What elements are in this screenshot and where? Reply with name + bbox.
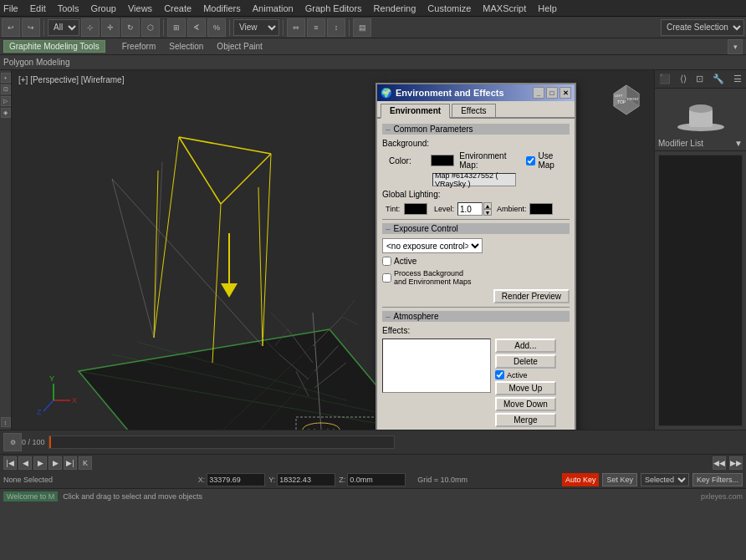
rp-icon-3[interactable]: ⊡ xyxy=(696,74,703,84)
play-btn[interactable]: ▶ xyxy=(33,456,47,470)
align-btn[interactable]: ≡ xyxy=(307,18,325,37)
prev-key-btn[interactable]: ◀◀ xyxy=(713,456,726,470)
snap-btn[interactable]: ⊞ xyxy=(167,18,186,37)
spacing-btn[interactable]: ↕ xyxy=(327,18,345,37)
angle-snap-btn[interactable]: ∢ xyxy=(187,18,206,37)
menu-create[interactable]: Create xyxy=(164,3,192,13)
rp-icon-2[interactable]: ⟨⟩ xyxy=(680,74,687,84)
redo-btn[interactable]: ↪ xyxy=(22,18,40,37)
svg-rect-47 xyxy=(296,417,380,430)
time-config-btn[interactable]: ⚙ xyxy=(3,433,22,451)
color-label: Color: xyxy=(389,156,431,165)
merge-btn[interactable]: Merge xyxy=(495,413,556,427)
lt-btn1[interactable]: + xyxy=(1,73,11,83)
dialog-close-btn[interactable]: ✕ xyxy=(560,87,571,99)
key-filters-btn[interactable]: Key Filters... xyxy=(692,473,743,486)
level-down-arrow[interactable]: ▼ xyxy=(483,209,492,216)
dialog-tab-environment[interactable]: Environment xyxy=(381,104,450,119)
y-field[interactable] xyxy=(277,473,335,486)
menu-customize[interactable]: Customize xyxy=(427,3,471,13)
render-preview-btn[interactable]: Render Preview xyxy=(493,289,570,303)
auto-key-btn[interactable]: Auto Key xyxy=(562,473,600,486)
menu-views[interactable]: Views xyxy=(128,3,152,13)
graphite-tab-freeform[interactable]: Freeform xyxy=(122,42,156,51)
lt-btn4[interactable]: ◈ xyxy=(1,108,11,118)
viewport-label: [+] [Perspective] [Wireframe] xyxy=(18,75,124,84)
map-button[interactable]: Map #614327552 ( VRaySky ) xyxy=(432,173,516,186)
rp-icon-4[interactable]: 🔧 xyxy=(713,74,724,84)
level-input[interactable] xyxy=(457,202,483,216)
timeline-track[interactable] xyxy=(49,435,395,449)
graphite-tab-selection[interactable]: Selection xyxy=(169,42,203,51)
lt-btn5[interactable]: ↕ xyxy=(1,417,11,427)
lt-btn2[interactable]: ⊡ xyxy=(1,84,11,94)
atm-active-checkbox[interactable] xyxy=(495,370,504,379)
lt-btn3[interactable]: ▷ xyxy=(1,96,11,106)
none-selected: None Selected xyxy=(3,476,53,484)
svg-line-16 xyxy=(221,338,346,430)
move-btn[interactable]: ✛ xyxy=(101,18,120,37)
level-spinner: ▲ ▼ xyxy=(483,202,492,216)
svg-line-8 xyxy=(258,187,263,346)
effects-list[interactable] xyxy=(382,339,491,393)
move-up-btn[interactable]: Move Up xyxy=(495,381,556,395)
modifier-list-dropdown-arrow[interactable]: ▼ xyxy=(734,139,743,148)
menu-maxscript[interactable]: MAXScript xyxy=(483,3,526,13)
mirror-btn[interactable]: ⇔ xyxy=(287,18,305,37)
tint-swatch[interactable] xyxy=(404,203,427,215)
goto-start-btn[interactable]: |◀ xyxy=(3,456,17,470)
dialog-minimize-btn[interactable]: _ xyxy=(533,87,544,99)
undo-btn[interactable]: ↩ xyxy=(2,18,20,37)
x-field[interactable] xyxy=(207,473,265,486)
graphite-tab-object-paint[interactable]: Object Paint xyxy=(217,42,262,51)
select-btn[interactable]: ⊹ xyxy=(81,18,100,37)
modifier-list-text: Modifier List xyxy=(658,139,703,148)
move-down-btn[interactable]: Move Down xyxy=(495,397,556,411)
selection-filter[interactable]: All xyxy=(48,19,79,36)
menu-tools[interactable]: Tools xyxy=(58,3,79,13)
process-bg-checkbox[interactable] xyxy=(382,273,391,283)
exposure-dropdown[interactable]: <no exposure control> xyxy=(382,238,483,253)
prev-frame-btn[interactable]: ◀ xyxy=(18,456,32,470)
tint-label: Tint: xyxy=(386,205,404,213)
menu-help[interactable]: Help xyxy=(538,3,557,13)
percent-snap-btn[interactable]: % xyxy=(207,18,226,37)
menu-group[interactable]: Group xyxy=(90,3,116,13)
add-btn[interactable]: Add... xyxy=(495,339,556,353)
menu-file[interactable]: File xyxy=(3,3,18,13)
active-checkbox[interactable] xyxy=(382,257,391,266)
rp-icon-5[interactable]: ☰ xyxy=(733,74,742,84)
nav-cube[interactable]: TOP LEFT FRONT xyxy=(605,77,647,119)
next-key-btn[interactable]: ▶▶ xyxy=(729,456,743,470)
menu-bar: File Edit Tools Group Views Create Modif… xyxy=(0,0,746,17)
ambient-swatch[interactable] xyxy=(529,203,553,215)
grid-label: Grid = 10.0mm xyxy=(417,476,468,484)
rotate-btn[interactable]: ↻ xyxy=(121,18,140,37)
dialog-tab-effects[interactable]: Effects xyxy=(452,104,495,117)
menu-rendering[interactable]: Rendering xyxy=(374,3,416,13)
level-up-arrow[interactable]: ▲ xyxy=(483,202,492,209)
next-frame-btn[interactable]: ▶ xyxy=(49,456,62,470)
selection-filter-2[interactable]: Create Selection... xyxy=(661,19,744,36)
color-swatch[interactable] xyxy=(431,155,454,166)
extra-options-btn[interactable]: ▾ xyxy=(728,39,743,54)
selected-dropdown[interactable]: Selected xyxy=(641,473,689,486)
menu-edit[interactable]: Edit xyxy=(30,3,46,13)
menu-modifiers[interactable]: Modifiers xyxy=(203,3,241,13)
goto-end-btn[interactable]: ▶| xyxy=(64,456,77,470)
z-field[interactable] xyxy=(347,473,406,486)
y-label: Y: xyxy=(268,476,275,484)
menu-animation[interactable]: Animation xyxy=(253,3,294,13)
graphite-tools-button[interactable]: Graphite Modeling Tools xyxy=(3,40,105,53)
layer-mgr-btn[interactable]: ▤ xyxy=(353,18,371,37)
dialog-maximize-btn[interactable]: □ xyxy=(546,87,558,99)
key-mode-btn[interactable]: K xyxy=(79,456,92,470)
view-dropdown[interactable]: View xyxy=(233,19,279,36)
modifier-list-box[interactable] xyxy=(658,155,743,426)
scale-btn[interactable]: ⬡ xyxy=(141,18,160,37)
rp-icon-1[interactable]: ⬛ xyxy=(659,74,671,84)
set-key-btn[interactable]: Set Key xyxy=(602,473,637,486)
use-map-checkbox[interactable] xyxy=(526,156,535,165)
delete-btn[interactable]: Delete xyxy=(495,354,556,369)
menu-graph-editors[interactable]: Graph Editors xyxy=(305,3,362,13)
